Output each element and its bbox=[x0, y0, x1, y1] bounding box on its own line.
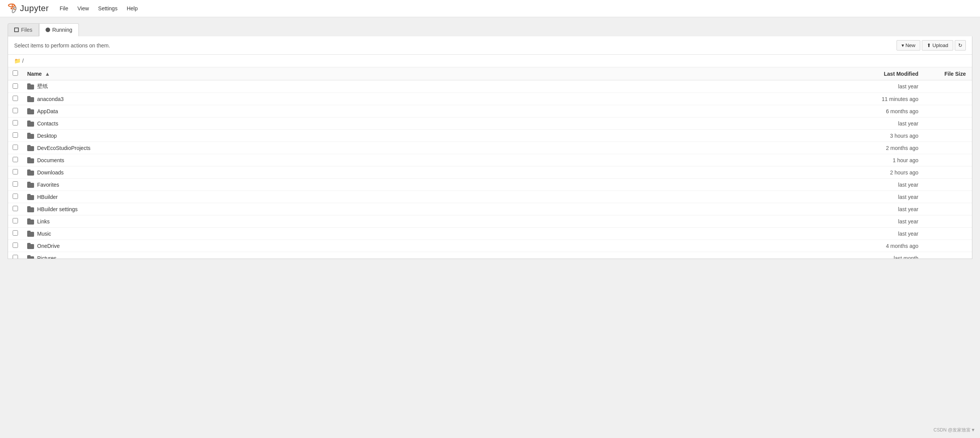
row-checkbox-9[interactable] bbox=[13, 194, 18, 199]
row-name-cell-10[interactable]: HBuilder settings bbox=[23, 203, 849, 215]
row-checkbox-14[interactable] bbox=[13, 255, 18, 259]
row-checkbox-10[interactable] bbox=[13, 206, 18, 211]
table-row[interactable]: Music last year bbox=[8, 228, 972, 240]
row-checkbox-cell bbox=[8, 166, 23, 179]
folder-icon bbox=[27, 243, 34, 249]
table-row[interactable]: Downloads 2 hours ago bbox=[8, 166, 972, 179]
refresh-button[interactable]: ↻ bbox=[955, 40, 966, 50]
select-all-checkbox[interactable] bbox=[13, 70, 18, 76]
table-row[interactable]: HBuilder last year bbox=[8, 191, 972, 203]
row-checkbox-cell bbox=[8, 191, 23, 203]
folder-icon bbox=[27, 108, 34, 114]
breadcrumb-folder-icon: 📁 bbox=[14, 58, 21, 64]
row-checkbox-12[interactable] bbox=[13, 230, 18, 236]
row-name-cell-7[interactable]: Downloads bbox=[23, 166, 849, 179]
table-row[interactable]: 壁纸 last year bbox=[8, 80, 972, 93]
folder-icon bbox=[27, 182, 34, 188]
row-last-modified-7: 2 hours ago bbox=[849, 166, 926, 179]
row-name-6: Documents bbox=[37, 157, 64, 163]
row-name-5: DevEcoStudioProjects bbox=[37, 145, 90, 151]
row-name-cell-13[interactable]: OneDrive bbox=[23, 240, 849, 252]
row-checkbox-cell bbox=[8, 130, 23, 142]
table-row[interactable]: Pictures last month bbox=[8, 252, 972, 259]
row-last-modified-13: 4 months ago bbox=[849, 240, 926, 252]
row-checkbox-cell bbox=[8, 240, 23, 252]
menu-bar: File View Settings Help bbox=[58, 4, 139, 13]
row-checkbox-0[interactable] bbox=[13, 83, 18, 89]
header-name[interactable]: Name ▲ bbox=[23, 67, 849, 80]
row-name-cell-4[interactable]: Desktop bbox=[23, 130, 849, 142]
header-last-modified[interactable]: Last Modified bbox=[849, 67, 926, 80]
row-name-3: Contacts bbox=[37, 120, 58, 127]
row-checkbox-1[interactable] bbox=[13, 96, 18, 101]
row-checkbox-cell bbox=[8, 154, 23, 166]
row-checkbox-2[interactable] bbox=[13, 108, 18, 113]
header-file-size[interactable]: File Size bbox=[926, 67, 972, 80]
folder-icon bbox=[27, 120, 34, 127]
row-name-cell-8[interactable]: Favorites bbox=[23, 179, 849, 191]
row-file-size-2 bbox=[926, 105, 972, 117]
table-body: 壁纸 last year anaconda3 11 minutes ago bbox=[8, 80, 972, 259]
row-checkbox-6[interactable] bbox=[13, 157, 18, 162]
breadcrumb-path[interactable]: / bbox=[22, 58, 24, 64]
row-name-cell-1[interactable]: anaconda3 bbox=[23, 93, 849, 105]
header-last-modified-label: Last Modified bbox=[884, 71, 918, 77]
row-checkbox-cell bbox=[8, 93, 23, 105]
main-content: Files Running Select items to perform ac… bbox=[0, 17, 980, 265]
row-name-cell-14[interactable]: Pictures bbox=[23, 252, 849, 259]
menu-file[interactable]: File bbox=[58, 4, 70, 13]
table-row[interactable]: DevEcoStudioProjects 2 months ago bbox=[8, 142, 972, 154]
table-row[interactable]: anaconda3 11 minutes ago bbox=[8, 93, 972, 105]
row-name-cell-2[interactable]: AppData bbox=[23, 105, 849, 117]
menu-settings[interactable]: Settings bbox=[96, 4, 119, 13]
table-row[interactable]: Documents 1 hour ago bbox=[8, 154, 972, 166]
row-file-size-3 bbox=[926, 117, 972, 130]
row-checkbox-5[interactable] bbox=[13, 145, 18, 150]
menu-help[interactable]: Help bbox=[125, 4, 139, 13]
folder-icon bbox=[27, 83, 34, 90]
row-checkbox-cell bbox=[8, 215, 23, 228]
row-name-cell-0[interactable]: 壁纸 bbox=[23, 80, 849, 93]
table-row[interactable]: OneDrive 4 months ago bbox=[8, 240, 972, 252]
row-last-modified-2: 6 months ago bbox=[849, 105, 926, 117]
row-checkbox-13[interactable] bbox=[13, 243, 18, 248]
new-button[interactable]: ▾ New bbox=[897, 40, 921, 50]
menu-view[interactable]: View bbox=[76, 4, 90, 13]
row-checkbox-cell bbox=[8, 80, 23, 93]
tab-running[interactable]: Running bbox=[39, 23, 79, 36]
row-last-modified-5: 2 months ago bbox=[849, 142, 926, 154]
table-header: Name ▲ Last Modified File Size bbox=[8, 67, 972, 80]
row-name-8: Favorites bbox=[37, 182, 59, 188]
row-name-12: Music bbox=[37, 231, 51, 237]
row-checkbox-4[interactable] bbox=[13, 132, 18, 138]
row-checkbox-8[interactable] bbox=[13, 181, 18, 187]
table-row[interactable]: Favorites last year bbox=[8, 179, 972, 191]
row-name-cell-11[interactable]: Links bbox=[23, 215, 849, 228]
row-name-cell-12[interactable]: Music bbox=[23, 228, 849, 240]
row-checkbox-cell bbox=[8, 203, 23, 215]
tab-files[interactable]: Files bbox=[8, 23, 39, 36]
table-row[interactable]: Desktop 3 hours ago bbox=[8, 130, 972, 142]
table-row[interactable]: Links last year bbox=[8, 215, 972, 228]
row-checkbox-cell bbox=[8, 179, 23, 191]
row-name-cell-9[interactable]: HBuilder bbox=[23, 191, 849, 203]
row-last-modified-12: last year bbox=[849, 228, 926, 240]
table-row[interactable]: HBuilder settings last year bbox=[8, 203, 972, 215]
upload-button[interactable]: ⬆ Upload bbox=[922, 40, 953, 50]
row-checkbox-11[interactable] bbox=[13, 218, 18, 223]
table-row[interactable]: Contacts last year bbox=[8, 117, 972, 130]
file-table-container[interactable]: Name ▲ Last Modified File Size bbox=[8, 67, 972, 259]
row-name-cell-3[interactable]: Contacts bbox=[23, 117, 849, 130]
tab-running-label: Running bbox=[52, 27, 72, 33]
toolbar-instruction: Select items to perform actions on them. bbox=[14, 42, 110, 49]
table-row[interactable]: AppData 6 months ago bbox=[8, 105, 972, 117]
row-last-modified-8: last year bbox=[849, 179, 926, 191]
row-name-cell-6[interactable]: Documents bbox=[23, 154, 849, 166]
row-checkbox-3[interactable] bbox=[13, 120, 18, 125]
header-file-size-label: File Size bbox=[944, 71, 966, 77]
row-name-cell-5[interactable]: DevEcoStudioProjects bbox=[23, 142, 849, 154]
row-checkbox-cell bbox=[8, 105, 23, 117]
row-checkbox-7[interactable] bbox=[13, 169, 18, 174]
header: Jupyter File View Settings Help bbox=[0, 0, 980, 17]
row-file-size-5 bbox=[926, 142, 972, 154]
